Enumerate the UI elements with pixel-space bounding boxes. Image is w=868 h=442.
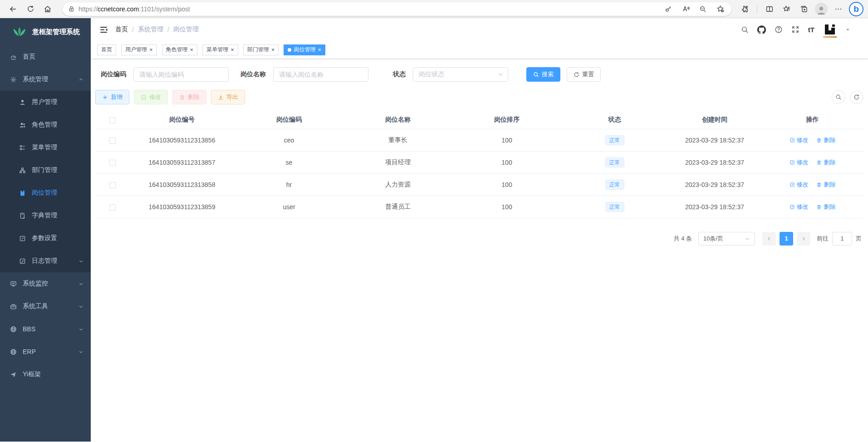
close-icon[interactable]: ×	[149, 47, 153, 53]
password-key-icon[interactable]	[662, 3, 674, 15]
browser-refresh-button[interactable]	[23, 2, 38, 16]
close-icon[interactable]: ×	[318, 47, 321, 53]
url-text[interactable]: https://ccnetcore.com:1101/system/post	[78, 5, 657, 13]
help-question-icon[interactable]	[775, 25, 783, 34]
prev-page-button[interactable]	[762, 232, 776, 246]
cell-created-time: 2023-03-29 18:52:37	[668, 196, 761, 218]
navbar-right: tT	[741, 23, 861, 36]
sidebar-item-erp[interactable]: ERP	[0, 340, 91, 363]
row-edit-link[interactable]: 修改	[790, 181, 809, 189]
row-checkbox[interactable]	[109, 182, 116, 188]
edit-button-disabled[interactable]: 修改	[134, 90, 168, 104]
read-aloud-icon[interactable]	[680, 3, 691, 15]
select-all-checkbox[interactable]	[109, 117, 116, 123]
refresh-table-button[interactable]	[850, 90, 863, 104]
browser-more-menu[interactable]: ⋯	[831, 2, 846, 16]
goto-page-input[interactable]	[832, 232, 852, 246]
row-edit-link[interactable]: 修改	[790, 158, 809, 167]
tab-department-management[interactable]: 部门管理 ×	[243, 44, 279, 55]
plant-logo-icon	[12, 26, 27, 37]
tab-menu-management[interactable]: 菜单管理 ×	[202, 44, 238, 55]
gear-icon	[10, 76, 17, 83]
tab-home[interactable]: 首页	[97, 44, 116, 55]
toolbar-right	[827, 90, 863, 104]
sidebar-item-bbs[interactable]: BBS	[0, 318, 91, 340]
reset-button[interactable]: 重置	[567, 67, 601, 82]
row-delete-link[interactable]: 删除	[816, 203, 835, 211]
sidebar-item-departments[interactable]: 部门管理	[0, 159, 91, 182]
tab-post-management-active[interactable]: 岗位管理 ×	[284, 44, 325, 55]
favorites-bar-icon[interactable]	[780, 2, 794, 16]
cell-created-time: 2023-03-29 18:52:37	[668, 151, 761, 173]
row-checkbox[interactable]	[109, 160, 116, 166]
table-row[interactable]: 1641030593112313857 se 项目经理 100 正常 2023-…	[95, 151, 863, 173]
browser-home-button[interactable]	[40, 2, 55, 16]
sidebar-item-users[interactable]: 用户管理	[0, 91, 91, 113]
font-size-icon[interactable]: tT	[808, 26, 814, 34]
address-bar[interactable]: https://ccnetcore.com:1101/system/post	[63, 2, 731, 16]
tab-user-management[interactable]: 用户管理 ×	[121, 44, 157, 55]
collections-icon[interactable]	[797, 2, 811, 16]
sidebar-item-home[interactable]: 首页	[0, 45, 91, 68]
sidebar-item-dictionary[interactable]: 字典管理	[0, 204, 91, 227]
globe-icon	[10, 326, 17, 333]
export-button[interactable]: 导出	[211, 90, 245, 104]
page-size-select[interactable]: 10条/页	[698, 232, 755, 246]
table-row[interactable]: 1641030593112313856 ceo 董事长 100 正常 2023-…	[95, 129, 863, 151]
close-icon[interactable]: ×	[230, 47, 234, 53]
sidebar-item-yi-framework[interactable]: Yi框架	[0, 363, 91, 386]
header-search-icon[interactable]	[741, 26, 749, 34]
table-row[interactable]: 1641030593112313858 hr 人力资源 100 正常 2023-…	[95, 173, 863, 196]
add-button[interactable]: 新增	[95, 90, 129, 104]
post-name-input[interactable]	[273, 67, 368, 82]
extensions-puzzle-icon[interactable]	[737, 2, 752, 16]
row-edit-link[interactable]: 修改	[790, 203, 809, 211]
split-screen-icon[interactable]	[762, 2, 777, 16]
sidebar-item-monitor[interactable]: 系统监控	[0, 272, 91, 295]
close-icon[interactable]: ×	[190, 47, 194, 53]
sidebar-item-roles[interactable]: 角色管理	[0, 113, 91, 136]
cell-post-code: ceo	[235, 129, 343, 151]
account-logo-avatar[interactable]	[823, 23, 837, 36]
breadcrumb-home[interactable]: 首页	[115, 25, 128, 34]
row-delete-link[interactable]: 删除	[816, 181, 835, 189]
post-code-input[interactable]	[133, 67, 229, 82]
sidebar-item-system[interactable]: 系统管理	[0, 68, 91, 91]
main-panel: 首页 / 系统管理 / 岗位管理 tT	[91, 18, 868, 442]
globe-icon	[10, 349, 17, 355]
bing-chat-icon[interactable]: b	[849, 2, 863, 16]
next-page-button[interactable]	[797, 232, 810, 246]
row-checkbox[interactable]	[109, 138, 116, 144]
browser-back-button[interactable]	[6, 2, 20, 16]
show-search-toggle-button[interactable]	[832, 90, 845, 104]
close-icon[interactable]: ×	[271, 47, 275, 53]
status-select[interactable]: 岗位状态	[413, 67, 508, 82]
zoom-out-icon[interactable]	[697, 3, 709, 15]
sidebar-item-menus[interactable]: 菜单管理	[0, 136, 91, 159]
row-delete-link[interactable]: 删除	[816, 136, 835, 144]
github-icon[interactable]	[757, 25, 766, 34]
filter-item-status: 状态 岗位状态	[375, 67, 508, 82]
table-row[interactable]: 1641030593112313859 user 普通员工 100 正常 202…	[95, 196, 863, 218]
row-edit-link[interactable]: 修改	[790, 136, 809, 144]
add-favorite-star-icon[interactable]	[714, 3, 726, 15]
sidebar-item-logs[interactable]: 日志管理	[0, 250, 91, 272]
posts-table: 岗位编号 岗位编码 岗位名称 岗位排序 状态 创建时间 操作 164103059…	[95, 111, 863, 218]
log-edit-icon	[19, 258, 26, 265]
sidebar-item-tools[interactable]: 系统工具	[0, 295, 91, 318]
row-checkbox[interactable]	[109, 204, 116, 211]
app-logo[interactable]: 意框架管理系统	[0, 18, 91, 45]
delete-button-disabled[interactable]: 删除	[172, 90, 206, 104]
account-caret-icon[interactable]	[845, 27, 850, 32]
row-delete-link[interactable]: 删除	[816, 158, 835, 167]
breadcrumb-current: 岗位管理	[173, 25, 199, 34]
search-button[interactable]: 搜索	[526, 67, 560, 82]
sidebar-fold-button[interactable]	[99, 25, 108, 34]
page-number-current[interactable]: 1	[780, 232, 793, 246]
chevron-down-icon	[78, 349, 83, 354]
profile-avatar[interactable]	[814, 2, 829, 16]
tab-role-management[interactable]: 角色管理 ×	[162, 44, 198, 55]
sidebar-item-posts[interactable]: 岗位管理	[0, 182, 91, 204]
sidebar-item-parameters[interactable]: 参数设置	[0, 227, 91, 250]
fullscreen-icon[interactable]	[791, 25, 799, 34]
